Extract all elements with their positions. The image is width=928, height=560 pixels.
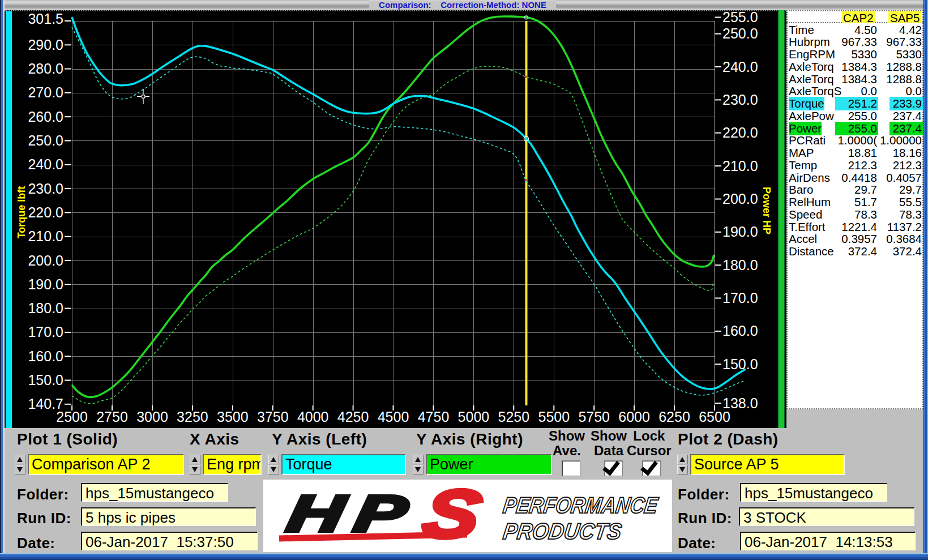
svg-text:6250: 6250: [658, 409, 690, 425]
svg-text:5750: 5750: [578, 409, 610, 425]
svg-text:301.5: 301.5: [28, 11, 63, 27]
svg-text:170.0: 170.0: [722, 290, 758, 306]
svg-text:3500: 3500: [217, 409, 249, 425]
svg-text:230.0: 230.0: [28, 181, 63, 196]
svg-text:250.0: 250.0: [28, 132, 63, 148]
svg-text:200.0: 200.0: [28, 253, 63, 268]
svg-text:2500: 2500: [56, 409, 88, 425]
svg-text:230.0: 230.0: [722, 92, 758, 108]
svg-text:150.0: 150.0: [722, 356, 758, 372]
svg-text:260.0: 260.0: [28, 109, 63, 125]
svg-text:200.0: 200.0: [722, 191, 758, 207]
svg-text:4750: 4750: [418, 409, 450, 425]
svg-text:4250: 4250: [337, 409, 369, 425]
svg-text:4000: 4000: [297, 409, 329, 425]
svg-text:Power HP: Power HP: [761, 187, 772, 234]
svg-text:210.0: 210.0: [722, 158, 758, 174]
svg-text:255.0: 255.0: [722, 9, 758, 25]
svg-text:Torque lbft: Torque lbft: [16, 186, 27, 239]
svg-text:160.0: 160.0: [28, 348, 63, 364]
svg-text:5250: 5250: [498, 409, 529, 425]
svg-text:5000: 5000: [458, 409, 490, 425]
svg-text:280.0: 280.0: [28, 61, 63, 76]
svg-text:6000: 6000: [618, 409, 650, 425]
svg-text:240.0: 240.0: [722, 59, 758, 75]
svg-text:2750: 2750: [96, 409, 128, 425]
svg-text:270.0: 270.0: [28, 84, 63, 100]
svg-text:5500: 5500: [538, 409, 570, 425]
svg-text:160.0: 160.0: [722, 323, 758, 339]
svg-text:170.0: 170.0: [28, 324, 63, 340]
svg-text:190.0: 190.0: [28, 276, 63, 292]
svg-text:240.0: 240.0: [28, 156, 63, 172]
svg-text:180.0: 180.0: [28, 300, 63, 316]
svg-text:220.0: 220.0: [28, 204, 63, 220]
svg-text:220.0: 220.0: [722, 125, 758, 140]
svg-text:290.0: 290.0: [28, 37, 63, 53]
svg-text:190.0: 190.0: [722, 224, 758, 240]
svg-text:180.0: 180.0: [722, 257, 758, 273]
svg-text:3750: 3750: [257, 409, 289, 425]
svg-text:6500: 6500: [699, 409, 730, 425]
svg-text:210.0: 210.0: [28, 228, 63, 244]
svg-text:4500: 4500: [378, 409, 409, 425]
svg-text:150.0: 150.0: [28, 372, 63, 388]
svg-text:3250: 3250: [177, 409, 208, 425]
svg-text:3000: 3000: [136, 409, 168, 425]
svg-text:250.0: 250.0: [722, 25, 758, 41]
